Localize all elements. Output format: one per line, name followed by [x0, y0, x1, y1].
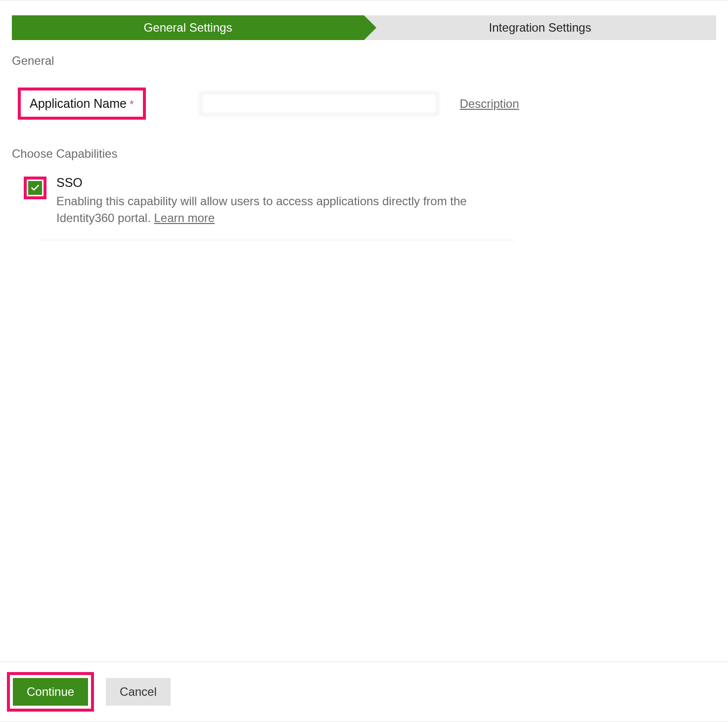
sso-description: Enabling this capability will allow user…: [56, 193, 518, 226]
description-link[interactable]: Description: [460, 97, 519, 111]
sso-description-text: Enabling this capability will allow user…: [56, 194, 467, 225]
learn-more-link[interactable]: Learn more: [154, 211, 215, 225]
capabilities-section: Choose Capabilities SSO Enabling this ca…: [12, 147, 728, 240]
application-name-row: Application Name * Description: [18, 88, 728, 120]
tab-general-settings[interactable]: General Settings: [12, 15, 364, 40]
sso-checkbox-highlight: [24, 177, 46, 199]
sso-checkbox[interactable]: [28, 181, 42, 195]
sso-title: SSO: [56, 176, 518, 190]
settings-panel: General Settings Integration Settings Ge…: [0, 0, 728, 722]
application-name-input[interactable]: [200, 92, 438, 115]
continue-button[interactable]: Continue: [13, 678, 88, 706]
cancel-button[interactable]: Cancel: [106, 678, 171, 706]
progress-tabs: General Settings Integration Settings: [12, 15, 716, 40]
sso-text: SSO Enabling this capability will allow …: [56, 176, 518, 226]
general-section-heading: General: [12, 54, 728, 68]
capability-sso: SSO Enabling this capability will allow …: [24, 176, 518, 226]
application-name-label: Application Name *: [30, 96, 134, 111]
application-name-label-text: Application Name: [30, 96, 127, 111]
application-name-label-highlight: Application Name *: [18, 88, 146, 120]
capability-divider: [41, 240, 515, 240]
capabilities-heading: Choose Capabilities: [12, 147, 728, 161]
tab-integration-settings[interactable]: Integration Settings: [364, 15, 716, 40]
continue-button-highlight: Continue: [7, 672, 94, 712]
required-mark: *: [130, 98, 134, 111]
check-icon: [30, 183, 40, 193]
footer-bar: Continue Cancel: [0, 662, 728, 722]
